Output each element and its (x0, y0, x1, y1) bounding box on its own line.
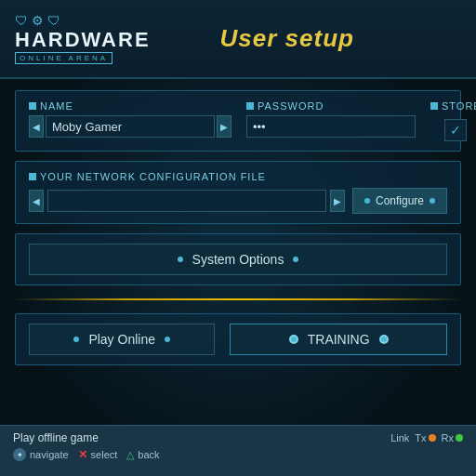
navigate-ctrl: ✦ navigate (13, 448, 69, 461)
triangle-icon: △ (126, 449, 134, 461)
back-ctrl: △ back (126, 449, 159, 461)
name-dot (29, 102, 36, 110)
tx-label: Tx (415, 432, 426, 443)
password-label-text: Password (258, 100, 324, 112)
store-field-group: Store ✓ (430, 100, 476, 141)
store-checkbox[interactable]: ✓ (444, 119, 467, 141)
name-arrow-right[interactable]: ▶ (217, 115, 231, 138)
main-content: Name ◀ ▶ Password (0, 79, 476, 425)
logo-text: HARDWARE (15, 30, 151, 50)
logo-icons: 🛡 ⚙ 🛡 (15, 13, 60, 28)
training-dot-left (289, 335, 298, 344)
name-field-group: Name ◀ ▶ (29, 100, 231, 138)
network-arrow-left[interactable]: ◀ (29, 190, 44, 212)
tank-icon-2: ⚙ (32, 13, 44, 28)
back-label: back (138, 449, 159, 460)
logo-sub: ONLINE ARENA (15, 52, 112, 64)
action-panel: Play Online TRAINING (15, 313, 461, 365)
password-dot (246, 102, 254, 110)
system-dot-right (293, 257, 298, 262)
network-arrow-right[interactable]: ▶ (330, 190, 345, 212)
password-label: Password (246, 100, 416, 112)
configure-button[interactable]: Configure (352, 188, 447, 214)
play-online-button[interactable]: Play Online (29, 324, 215, 355)
password-input-row (246, 115, 416, 138)
training-button[interactable]: TRAINING (230, 324, 447, 355)
cross-icon: ✕ (78, 448, 87, 461)
network-label: Your Network Configuration file (29, 171, 447, 182)
name-label: Name (29, 100, 231, 112)
status-bar: Play offline game Link Tx Rx ✦ navigate … (0, 425, 476, 476)
network-panel: Your Network Configuration file ◀ ▶ Conf… (15, 161, 461, 224)
tx-indicator: Tx (415, 432, 435, 443)
network-input[interactable] (47, 190, 326, 212)
logo: 🛡 ⚙ 🛡 HARDWARE ONLINE ARENA (15, 13, 151, 64)
tank-icon-3: 🛡 (47, 13, 60, 28)
yellow-divider (15, 298, 461, 300)
status-top-row: Play offline game Link Tx Rx (13, 431, 463, 444)
tx-dot (429, 434, 436, 442)
network-select-row: ◀ ▶ (29, 190, 345, 212)
page-title: User setup (169, 24, 461, 53)
play-online-label: Play Online (88, 332, 155, 347)
select-ctrl: ✕ select (78, 448, 118, 461)
controls-row: ✦ navigate ✕ select △ back (13, 448, 463, 461)
name-input[interactable] (46, 115, 215, 138)
store-checkbox-container: ✓ (430, 119, 476, 141)
tank-icon-1: 🛡 (15, 13, 28, 28)
store-dot (430, 102, 438, 110)
dpad-icon: ✦ (13, 448, 26, 461)
status-message: Play offline game (13, 431, 99, 444)
training-label: TRAINING (308, 332, 370, 347)
name-input-row: ◀ ▶ (29, 115, 231, 138)
configure-dot (364, 198, 370, 204)
configure-dot-right (430, 198, 435, 204)
rx-label: Rx (442, 432, 454, 443)
password-field-group: Password (246, 100, 416, 138)
store-label-text: Store (442, 100, 476, 112)
system-dot-left (178, 257, 183, 262)
network-dot (29, 173, 36, 180)
link-label: Link (390, 432, 409, 443)
select-label: select (91, 449, 118, 460)
configure-label: Configure (376, 194, 424, 207)
network-label-text: Your Network Configuration file (40, 171, 266, 182)
password-input[interactable] (246, 115, 416, 138)
name-arrow-left[interactable]: ◀ (29, 115, 44, 138)
rx-dot (456, 434, 463, 442)
system-options-label: System Options (192, 252, 284, 267)
system-options-panel: System Options (15, 233, 461, 285)
system-options-button[interactable]: System Options (29, 244, 447, 275)
link-status: Link Tx Rx (390, 432, 463, 443)
store-label: Store (430, 100, 476, 112)
network-row: ◀ ▶ Configure (29, 188, 447, 214)
name-label-text: Name (40, 100, 73, 112)
play-dot-right (165, 337, 170, 342)
rx-indicator: Rx (442, 432, 463, 443)
header: 🛡 ⚙ 🛡 HARDWARE ONLINE ARENA User setup (0, 0, 476, 79)
training-dot-right (379, 335, 389, 344)
navigate-label: navigate (30, 449, 69, 460)
play-dot-left (73, 337, 79, 342)
credentials-panel: Name ◀ ▶ Password (15, 90, 461, 152)
